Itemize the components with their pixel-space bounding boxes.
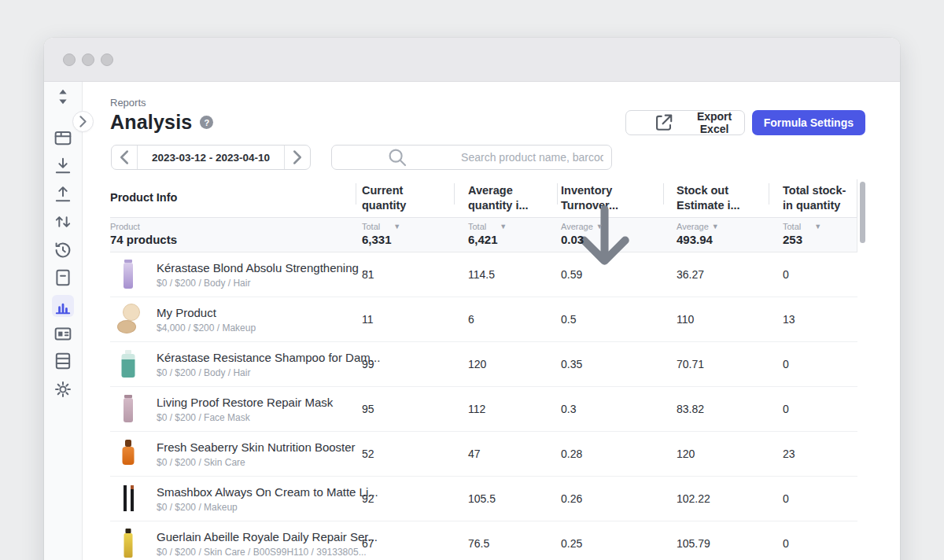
column-header-average-quantity[interactable]: Average quantity i... [454,179,557,217]
metric-cell: 0.25 [557,537,663,550]
card-icon [52,322,74,344]
summary-value: 6,331 [362,233,454,246]
caret-down-icon[interactable]: ▼ [500,223,507,230]
summary-value: 6,421 [468,233,557,246]
metric-cell: 13 [769,313,857,326]
table-row[interactable]: Smashbox Always On Cream to Matte Li... … [110,477,857,521]
formula-settings-button[interactable]: Formula Settings [752,110,865,135]
table-row[interactable]: Kérastase Resistance Shampoo for Dam... … [110,342,857,387]
table-row[interactable]: My Product $4,000 / $200 / Makeup 11 6 0… [110,297,857,342]
caret-down-icon[interactable]: ▼ [596,223,603,230]
product-name: Smashbox Always On Cream to Matte Li... [157,485,378,499]
column-header-product-info[interactable]: Product Info [110,179,356,217]
sidebar-item-settings[interactable] [52,378,74,400]
metric-cell: 70.71 [663,358,769,370]
table-row[interactable]: Fresh Seaberry Skin Nutrition Booster $0… [110,432,857,477]
product-name: Kérastase Blond Absolu Strengthening ... [157,261,372,274]
product-subtitle: $0 / $200 / Skin Care / B00S99H110 / 391… [157,547,378,558]
metric-cell: 0 [769,492,857,505]
collapse-vertical-icon [52,86,74,108]
sidebar-expand-button[interactable] [72,111,94,132]
download-icon [52,155,74,177]
breadcrumb: Reports [110,97,146,109]
table-row[interactable]: Living Proof Restore Repair Mask $0 / $2… [110,387,857,432]
product-thumbnail [115,526,142,560]
date-range-label[interactable]: 2023-03-12 - 2023-04-10 [137,146,285,169]
window-titlebar [44,38,900,82]
vertical-scrollbar-thumb[interactable] [860,182,865,243]
metric-cell: 105.79 [663,537,769,550]
sidebar [44,82,83,560]
metric-cell: 102.22 [663,492,769,505]
metric-cell: 0.28 [557,448,663,460]
metric-cell: 95 [356,403,454,415]
metric-cell: 6 [454,313,557,326]
product-subtitle: $4,000 / $200 / Makeup [157,322,256,333]
caret-down-icon[interactable]: ▼ [814,223,821,230]
summary-aggregation-selector: Average▼ [561,222,663,231]
help-icon[interactable]: ? [200,116,213,129]
summary-aggregation-selector: Total▼ [468,222,557,231]
sidebar-item-card[interactable] [52,322,74,344]
sidebar-item-upload[interactable] [52,183,74,205]
sidebar-item-download[interactable] [52,155,74,177]
sidebar-item-collapse[interactable] [52,86,74,108]
export-excel-button[interactable]: Export Excel [625,110,745,135]
chevron-left-icon [112,146,137,169]
product-subtitle: $0 / $200 / Skin Care [157,457,356,468]
next-period-button[interactable] [285,146,310,169]
window-control-close[interactable] [63,53,76,66]
summary-aggregation-selector: Total▼ [362,222,454,231]
search-box [331,145,612,170]
column-header-inventory-turnover[interactable]: Inventory Turnover... [557,179,663,217]
table-row[interactable]: Kérastase Blond Absolu Strengthening ...… [110,252,857,297]
product-subtitle: $0 / $200 / Body / Hair [157,367,380,378]
column-header-total-stock-in[interactable]: Total stock-in quantity [769,179,857,217]
summary-value: 0.03 [561,233,663,246]
window-control-minimize[interactable] [82,53,94,66]
upload-icon [52,183,74,205]
metric-cell: 99 [356,358,454,370]
product-name: Kérastase Resistance Shampoo for Dam... [157,351,380,364]
metric-cell: 0 [769,358,857,370]
product-name: Fresh Seaberry Skin Nutrition Booster [157,440,356,454]
metric-cell: 114.5 [454,268,557,281]
export-icon [637,111,691,134]
metric-cell: 0.59 [557,268,663,281]
table-header-row: Product Info Current quantity Average qu… [110,179,857,218]
archive-icon [52,127,74,149]
caret-down-icon[interactable]: ▼ [712,223,719,230]
sidebar-item-history[interactable] [52,239,74,261]
product-subtitle: $0 / $200 / Face Mask [157,412,333,423]
metric-cell: 112 [454,403,557,415]
table-row[interactable]: Guerlain Abeille Royale Daily Repair Ser… [110,521,857,560]
previous-period-button[interactable] [112,146,137,169]
chevron-right-icon [73,112,93,131]
settings-icon [52,378,74,400]
metric-cell: 67 [356,537,454,550]
analysis-table: Product Info Current quantity Average qu… [110,179,857,560]
product-thumbnail [115,257,142,292]
metric-cell: 76.5 [454,537,557,550]
sidebar-item-archive[interactable] [52,127,74,149]
column-header-stock-out-estimate[interactable]: Stock out Estimate i... [663,179,769,217]
sidebar-item-database[interactable] [52,350,74,372]
column-header-current-quantity[interactable]: Current quantity [356,179,454,217]
caret-down-icon[interactable]: ▼ [393,223,400,230]
sidebar-item-transfer[interactable] [52,211,74,233]
sidebar-item-document[interactable] [52,267,74,289]
metric-cell: 0.26 [557,492,663,505]
summary-value: 493.94 [677,233,769,246]
product-thumbnail [115,437,142,471]
metric-cell: 0.3 [557,403,663,415]
product-thumbnail [115,347,142,381]
product-thumbnail [115,392,142,426]
metric-cell: 11 [356,313,454,326]
bar-chart-icon [52,295,74,317]
window-control-maximize[interactable] [101,53,113,66]
search-input[interactable] [461,151,603,164]
product-name: Guerlain Abeille Royale Daily Repair Ser… [157,530,378,543]
summary-label-product: Product [110,222,356,231]
sidebar-item-analysis[interactable] [52,295,74,317]
main-content: Reports Analysis ? Export Excel Formula … [83,82,900,560]
